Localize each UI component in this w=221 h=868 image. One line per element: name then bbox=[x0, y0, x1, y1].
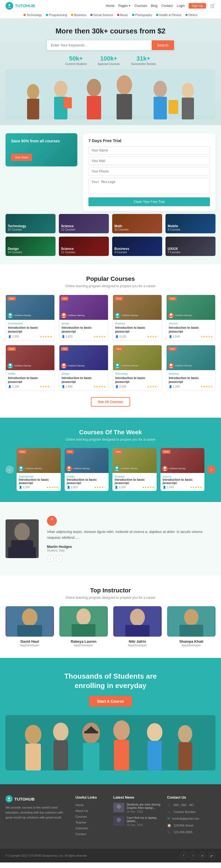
see-all-button[interactable]: See All Courses bbox=[91, 397, 130, 407]
hero-title: More then 30k+ courses from $2 bbox=[56, 27, 165, 35]
instructor-avatar bbox=[115, 313, 120, 318]
cat-technology[interactable]: Technology bbox=[24, 13, 42, 17]
svg-rect-10 bbox=[117, 94, 132, 119]
svg-point-62 bbox=[117, 804, 121, 809]
cta-button[interactable]: Start A Course bbox=[89, 696, 132, 707]
brand-name: TUTOHUB bbox=[15, 3, 35, 8]
courses-grid: New Andrew Harvey Development Introducti… bbox=[5, 295, 216, 391]
instructor-name: Andrew Harvey bbox=[175, 364, 192, 367]
week-course-card[interactable]: Hot Andrew Harvey Design Introduction to… bbox=[65, 448, 109, 491]
footer-link-instructor[interactable]: Instructor bbox=[75, 827, 88, 830]
course-card[interactable]: New Andrew Harvey Technology Introductio… bbox=[113, 345, 162, 391]
instructor-card[interactable]: Shampa Khati AppDeveloper bbox=[167, 606, 216, 647]
promo-text: Save 50% from all courses bbox=[11, 139, 72, 143]
topic-design[interactable]: Design 14 Courses bbox=[5, 237, 56, 256]
week-course-card[interactable]: New Andrew Harvey Science Introduction t… bbox=[160, 448, 205, 491]
nav-pages[interactable]: Pages ▼ bbox=[118, 4, 131, 8]
nav-blog[interactable]: Blog bbox=[151, 4, 157, 8]
nav-home[interactable]: Home bbox=[105, 4, 114, 8]
news-date: 25 Dec, 2016 bbox=[127, 810, 162, 813]
trial-message-input[interactable] bbox=[88, 178, 210, 194]
cta-title: Thousands of Students areenrolling in ev… bbox=[5, 672, 216, 690]
footer-brand-name: TUTOHUB bbox=[14, 797, 34, 801]
social-linkedin[interactable]: in bbox=[199, 852, 206, 859]
svg-rect-57 bbox=[148, 741, 162, 770]
footer-link-contact[interactable]: Contact bbox=[75, 832, 86, 836]
svg-rect-31 bbox=[8, 547, 14, 558]
brand-logo[interactable]: TUTOHUB bbox=[5, 2, 35, 10]
nav-login[interactable]: Login bbox=[177, 4, 185, 8]
instructor-avatar-sm bbox=[18, 466, 24, 471]
cat-business[interactable]: Business bbox=[71, 13, 87, 17]
svg-rect-59 bbox=[179, 742, 192, 770]
phone2-icon: 📞 bbox=[167, 810, 171, 814]
instructor-photo bbox=[167, 606, 216, 637]
topic-mobile[interactable]: Mobile 8 Courses bbox=[165, 214, 216, 233]
topic-math[interactable]: Math 10 Courses bbox=[112, 214, 162, 233]
topic-technology[interactable]: Technology 15 Courses bbox=[5, 214, 56, 233]
week-course-card[interactable]: New Andrew Harvey Business Introduction … bbox=[113, 448, 157, 491]
cat-music[interactable]: Music bbox=[117, 13, 128, 17]
testimonial-next-button[interactable]: › bbox=[56, 555, 62, 562]
svg-rect-47 bbox=[25, 744, 41, 770]
topic-business[interactable]: Business 9 Courses bbox=[112, 237, 162, 256]
course-badge: Hot bbox=[61, 297, 68, 301]
footer-latest-news: Latest News Students are intro ducing Gr… bbox=[113, 795, 162, 838]
social-facebook[interactable]: f bbox=[180, 852, 187, 859]
testimonial-section: “ Vitae adipiscing turpis. Aenean ligula… bbox=[0, 502, 221, 576]
svg-point-21 bbox=[63, 364, 65, 366]
stat-label-stories: Successful Stories bbox=[131, 62, 156, 65]
course-card[interactable]: New Andrew Harvey Mobile Introduction to… bbox=[5, 345, 55, 391]
course-card[interactable]: New Andrew Harvey Development Introducti… bbox=[5, 295, 55, 341]
carousel-prev-button[interactable]: ‹ bbox=[5, 466, 14, 474]
instructor-name: David Haul bbox=[5, 640, 54, 644]
nav-contact[interactable]: Contact bbox=[161, 4, 172, 8]
course-card[interactable]: New Andrew Harvey Business Introduction … bbox=[113, 295, 162, 341]
trial-phone-input[interactable] bbox=[88, 167, 210, 176]
svg-rect-6 bbox=[64, 97, 72, 108]
cat-social[interactable]: Social Science bbox=[90, 13, 113, 17]
instructor-card[interactable]: David Haul AppDeveloper bbox=[5, 606, 54, 647]
course-card[interactable]: Hot Andrew Harvey Design Introduction to… bbox=[59, 345, 108, 391]
svg-point-24 bbox=[20, 467, 22, 469]
cat-photography[interactable]: Photography bbox=[132, 13, 152, 17]
trial-submit-button[interactable]: Claim Your Free Trial bbox=[88, 197, 210, 206]
nav-courses[interactable]: Courses bbox=[134, 4, 147, 8]
signup-button[interactable]: Sign Up bbox=[189, 3, 206, 8]
course-card[interactable]: New Andrew Harvey Science Introduction t… bbox=[166, 295, 216, 341]
search-button[interactable]: Search bbox=[152, 40, 174, 50]
cart-icon[interactable]: 🛒 bbox=[210, 3, 216, 8]
trial-email-input[interactable] bbox=[88, 157, 210, 165]
social-twitter[interactable]: t bbox=[190, 852, 197, 859]
cat-others[interactable]: Others bbox=[185, 13, 197, 17]
instructor-card[interactable]: Niki Jafrin AppDeveloper bbox=[113, 606, 162, 647]
week-carousel: ‹ New Andrew Harvey Development Introduc… bbox=[5, 448, 216, 491]
carousel-next-button[interactable]: › bbox=[207, 466, 216, 474]
cta-section: Thousands of Students areenrolling in ev… bbox=[0, 658, 221, 784]
footer-link-teacher[interactable]: Teacher bbox=[75, 821, 86, 824]
news-title: Can't find my in laptop, tablets... bbox=[127, 816, 162, 823]
course-card[interactable]: Hot Andrew Harvey Design Introduction to… bbox=[59, 295, 108, 341]
cat-health[interactable]: Health & Fitness bbox=[156, 13, 182, 17]
week-course-card[interactable]: New Andrew Harvey Development Introducti… bbox=[17, 448, 61, 491]
social-googleplus[interactable]: g+ bbox=[208, 852, 216, 859]
topic-uxui[interactable]: UX/UX 7 Courses bbox=[165, 237, 216, 256]
instructor-avatar-sm bbox=[114, 466, 120, 471]
svg-point-0 bbox=[8, 4, 10, 6]
logo-icon bbox=[5, 2, 13, 10]
svg-point-19 bbox=[170, 313, 172, 316]
topic-science[interactable]: Science 12 Courses bbox=[59, 214, 109, 233]
promo-button[interactable]: Join Now! bbox=[11, 154, 32, 161]
news-thumb bbox=[113, 803, 124, 812]
trial-name-input[interactable] bbox=[88, 146, 210, 155]
footer-link-about[interactable]: About Us bbox=[75, 809, 88, 812]
footer-link-courses[interactable]: Courses bbox=[75, 815, 87, 818]
course-card[interactable]: New Andrew Harvey Business Introduction … bbox=[166, 345, 216, 391]
search-input[interactable] bbox=[47, 40, 152, 50]
testimonial-prev-button[interactable]: ‹ bbox=[47, 555, 54, 562]
topic-science2[interactable]: Science 11 Courses bbox=[59, 237, 109, 256]
cat-programming[interactable]: Programming bbox=[46, 13, 67, 17]
instructor-card[interactable]: Rabeya Lauren AppDeveloper bbox=[59, 606, 108, 647]
week-title: Courses Of The Week bbox=[5, 429, 216, 436]
footer-link-home[interactable]: Home bbox=[75, 803, 84, 807]
